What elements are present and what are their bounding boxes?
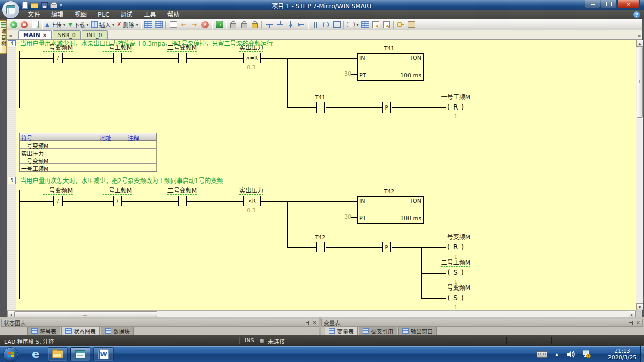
save-icon[interactable] xyxy=(41,2,48,9)
run-button[interactable]: ▶ xyxy=(10,21,18,29)
reset-coil[interactable]: ( R ) xyxy=(447,103,465,111)
timer-box-ton[interactable]: IN TON PT 100 ms xyxy=(357,53,424,81)
minimize-button[interactable] xyxy=(585,0,600,8)
taskbar-explorer-button[interactable] xyxy=(48,347,68,361)
insert-branch-down-button[interactable] xyxy=(265,21,273,29)
menu-plc[interactable]: PLC xyxy=(92,10,115,19)
addressing-button[interactable]: ▼ xyxy=(347,22,359,27)
unlock-button[interactable] xyxy=(240,21,248,29)
menu-tools[interactable]: 工具 xyxy=(138,10,161,19)
contact-pulse[interactable]: P xyxy=(382,102,391,113)
network-status-icon[interactable] xyxy=(582,350,591,358)
menu-debug[interactable]: 调试 xyxy=(115,10,138,19)
upload-button[interactable]: ▲ 上传 ▼ xyxy=(45,21,65,29)
panel-close-icon[interactable]: × xyxy=(313,320,317,325)
new-file-icon[interactable] xyxy=(21,2,28,9)
memory-card-button[interactable] xyxy=(408,21,416,29)
tray-expand-icon[interactable]: ▲ xyxy=(555,352,558,357)
scroll-right-button[interactable]: ► xyxy=(629,311,636,318)
vertical-scrollbar[interactable]: ▲ ▼ xyxy=(636,40,643,310)
print-icon[interactable] xyxy=(50,2,57,9)
program-view-button[interactable] xyxy=(144,21,152,29)
qat-dropdown-icon[interactable]: ▼ xyxy=(60,3,62,7)
symtab-cell-comment[interactable] xyxy=(126,141,157,149)
symtab-header-symbol[interactable]: 符号 xyxy=(20,133,98,141)
symtab-cell-symbol[interactable]: 二号变频M xyxy=(20,141,98,149)
help-icon[interactable]: ? xyxy=(633,11,640,18)
tab-status-chart[interactable]: 状态图表 xyxy=(61,327,100,335)
symtab-cell-comment[interactable] xyxy=(126,149,157,156)
insert-box-button[interactable] xyxy=(332,21,341,29)
scroll-down-button[interactable]: ▼ xyxy=(636,303,643,310)
contact-nc[interactable]: / xyxy=(53,53,63,63)
symtab-cell-symbol[interactable]: 一号工频M xyxy=(20,164,98,171)
contact-pulse[interactable]: P xyxy=(382,242,391,252)
symtab-header-address[interactable]: 地址 xyxy=(98,133,126,141)
compare-contact[interactable]: <R xyxy=(243,196,261,206)
symtab-header-comment[interactable]: 注释 xyxy=(126,133,157,141)
symtab-cell-comment[interactable] xyxy=(126,156,157,164)
scroll-up-button[interactable]: ▲ xyxy=(636,40,643,47)
tab-cross-reference[interactable]: 交叉引用 xyxy=(359,327,397,335)
symtab-cell-symbol[interactable]: 实出压力 xyxy=(20,149,98,156)
insert-coil-button[interactable]: ( ) xyxy=(322,21,330,29)
lock-button[interactable] xyxy=(229,21,238,29)
tab-main[interactable]: MAIN × xyxy=(18,30,52,39)
scroll-left-button[interactable]: ◄ xyxy=(7,311,14,318)
tab-symbol-table[interactable]: 符号表 xyxy=(27,327,60,335)
insert-button[interactable]: 插入 ▼ xyxy=(91,21,115,29)
horizontal-scrollbar[interactable]: ◄ ► xyxy=(7,310,636,317)
symtab-cell-address[interactable] xyxy=(98,149,126,156)
contact-no[interactable] xyxy=(113,53,122,63)
taskbar-word-button[interactable]: W xyxy=(93,347,114,361)
contact-no[interactable] xyxy=(178,196,187,206)
taskbar-microwin-button[interactable] xyxy=(70,347,90,361)
start-button[interactable] xyxy=(3,347,18,362)
tab-output-window[interactable]: 输出窗口 xyxy=(398,327,437,335)
symbol-view-button[interactable] xyxy=(155,21,163,29)
set-coil[interactable]: ( S ) xyxy=(447,294,464,302)
contact-no[interactable] xyxy=(316,102,325,113)
network5-number[interactable]: 5 xyxy=(8,177,16,184)
panel-close-icon[interactable]: × xyxy=(636,320,640,325)
show-desktop-button[interactable] xyxy=(640,346,644,362)
password-lock-button[interactable] xyxy=(251,21,259,29)
app-menu-button[interactable] xyxy=(2,1,20,19)
tab-int0[interactable]: INT_0 xyxy=(82,30,108,39)
insert-branch-up-button[interactable] xyxy=(276,21,284,29)
symtab-cell-address[interactable] xyxy=(98,164,126,171)
clear-button[interactable] xyxy=(169,21,177,29)
stop-button[interactable]: ■ xyxy=(20,21,28,29)
line-right-button[interactable] xyxy=(297,21,305,29)
insert-contact-button[interactable] xyxy=(311,21,319,29)
tab-variable-table[interactable]: 变量表 xyxy=(325,327,358,335)
network5-comment[interactable]: 当用户量再次怎大时，水压减少，把2号泵变频改为工频同事启动1号的变频 xyxy=(20,177,223,185)
ladder-editor[interactable] xyxy=(16,40,636,310)
reset-coil[interactable]: ( R ) xyxy=(447,243,465,251)
key-button[interactable] xyxy=(397,21,405,29)
tab-scroll-left-icon[interactable]: ◄ xyxy=(9,33,12,38)
comment-edit-button[interactable] xyxy=(372,21,380,29)
cancel-button[interactable]: ✗ xyxy=(201,21,209,29)
timer-box-ton[interactable]: IN TON PT 100 ms xyxy=(357,196,424,224)
download-button[interactable]: ▼ 下载 ▼ xyxy=(68,21,88,29)
symtab-cell-comment[interactable] xyxy=(126,164,157,171)
compare-contact[interactable]: >=R xyxy=(243,53,261,63)
tab-data-block[interactable]: 数据块 xyxy=(101,327,134,335)
taskbar-clock[interactable]: 21:13 2020/3/25 xyxy=(603,348,641,361)
contact-no[interactable] xyxy=(316,242,325,252)
volume-icon[interactable] xyxy=(567,351,575,358)
symtab-cell-address[interactable] xyxy=(98,156,126,164)
pin-icon[interactable] xyxy=(629,321,633,325)
line-up-button[interactable] xyxy=(286,21,294,29)
undo-button[interactable]: ← xyxy=(180,21,188,29)
menu-file[interactable]: 文件 xyxy=(22,10,46,19)
contact-nc[interactable]: / xyxy=(53,196,63,206)
redo-button[interactable]: → xyxy=(190,21,198,29)
go-button[interactable]: → xyxy=(215,21,223,29)
contact-nc[interactable]: / xyxy=(113,196,122,206)
project-tree-tab[interactable]: 项目树 xyxy=(0,20,7,54)
compile-button[interactable]: ✓ xyxy=(31,21,39,29)
open-file-icon[interactable] xyxy=(31,2,38,9)
menu-view[interactable]: 视图 xyxy=(69,10,92,19)
